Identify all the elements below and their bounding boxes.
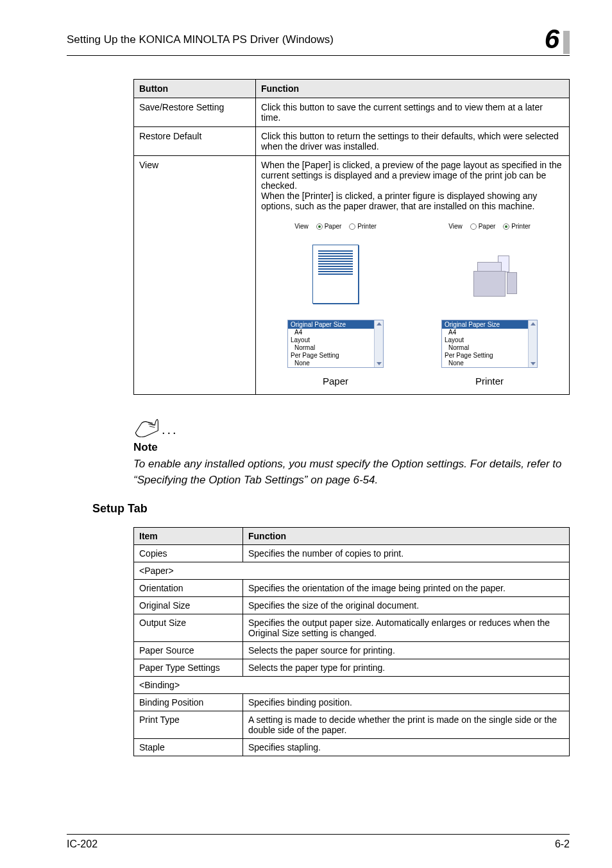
t2-fn-9: A setting is made to decide whether the … xyxy=(243,711,570,739)
view-label-2: View xyxy=(448,223,463,230)
listbox-hl-1: Original Paper Size xyxy=(288,320,383,329)
listbox-hl-2: Original Paper Size xyxy=(442,320,537,329)
listbox-r3-1: Normal xyxy=(288,344,383,352)
radio-printer-label-2: Printer xyxy=(511,223,530,230)
t2-span-1: <Paper> xyxy=(134,562,570,580)
chapter-marker: 6 xyxy=(545,26,570,54)
t1-fn-1: Click this button to return the settings… xyxy=(256,127,570,156)
note-heading: Note xyxy=(133,441,570,454)
t1-btn-2: View xyxy=(134,156,256,395)
radio-paper-unselected: Paper xyxy=(470,223,496,230)
t1-head-function: Function xyxy=(256,80,570,98)
listbox-r1-2: A4 xyxy=(442,329,537,336)
t2-item-4: Output Size xyxy=(134,614,243,642)
listbox-r2-1: Layout xyxy=(288,336,383,344)
listbox-r1-1: A4 xyxy=(288,329,383,336)
view-preview-paper: View Paper Printer Original Paper Size xyxy=(281,223,390,386)
listbox-printer: Original Paper Size A4 Layout Normal Per… xyxy=(441,320,538,368)
page-header-title: Setting Up the KONICA MINOLTA PS Driver … xyxy=(67,33,334,46)
page-preview-icon xyxy=(312,245,359,304)
note-body: To enable any installed options, you mus… xyxy=(133,456,570,488)
t2-item-2: Orientation xyxy=(134,580,243,597)
caption-printer: Printer xyxy=(475,376,504,386)
t2-fn-8: Specifies binding position. xyxy=(243,694,570,711)
caption-paper: Paper xyxy=(323,376,348,386)
page-footer: IC-202 6-2 xyxy=(67,834,570,850)
t2-item-8: Binding Position xyxy=(134,694,243,711)
t2-fn-4: Specifies the output paper size. Automat… xyxy=(243,614,570,642)
radio-printer-unselected: Printer xyxy=(349,223,376,230)
section-heading-setup-tab: Setup Tab xyxy=(92,502,570,516)
radio-printer-label: Printer xyxy=(357,223,376,230)
t2-item-10: Staple xyxy=(134,739,243,756)
t2-head-item: Item xyxy=(134,528,243,545)
note-hand-icon xyxy=(133,415,159,440)
button-function-table: Button Function Save/Restore Setting Cli… xyxy=(133,79,570,395)
t1-fn-2-cell: When the [Paper] is clicked, a preview o… xyxy=(256,156,570,395)
listbox-r4-2: Per Page Setting xyxy=(442,352,537,360)
t2-fn-6: Selects the paper type for printing. xyxy=(243,659,570,677)
footer-left: IC-202 xyxy=(67,838,98,850)
view-label-1: View xyxy=(294,223,309,230)
view-preview-printer: View Paper Printer xyxy=(435,223,544,386)
t2-item-0: Copies xyxy=(134,545,243,562)
t1-head-button: Button xyxy=(134,80,256,98)
t1-btn-0: Save/Restore Setting xyxy=(134,98,256,127)
chapter-number: 6 xyxy=(545,26,559,54)
listbox-r3-2: Normal xyxy=(442,344,537,352)
listbox-r5-2: None xyxy=(442,360,537,367)
t2-item-3: Original Size xyxy=(134,597,243,614)
t2-fn-5: Selects the paper source for printing. xyxy=(243,642,570,659)
listbox-r4-1: Per Page Setting xyxy=(288,352,383,360)
t2-span-7: <Binding> xyxy=(134,677,570,694)
chapter-tab-decoration xyxy=(563,31,570,54)
note-dots-icon: ... xyxy=(162,422,178,440)
t2-fn-10: Specifies stapling. xyxy=(243,739,570,756)
t2-head-function: Function xyxy=(243,528,570,545)
radio-paper-selected: Paper xyxy=(316,223,342,230)
listbox-r5-1: None xyxy=(288,360,383,367)
t1-fn-2: When the [Paper] is clicked, a preview o… xyxy=(261,160,564,211)
t2-fn-0: Specifies the number of copies to print. xyxy=(243,545,570,562)
radio-paper-label-2: Paper xyxy=(479,223,496,230)
listbox-r2-2: Layout xyxy=(442,336,537,344)
t2-item-6: Paper Type Settings xyxy=(134,659,243,677)
t2-item-5: Paper Source xyxy=(134,642,243,659)
note-block: ... Note To enable any installed options… xyxy=(133,415,570,488)
printer-preview-icon xyxy=(454,239,525,309)
radio-printer-selected: Printer xyxy=(503,223,530,230)
footer-right: 6-2 xyxy=(555,838,570,850)
setup-tab-table: Item Function Copies Specifies the numbe… xyxy=(133,527,570,756)
t2-fn-2: Specifies the orientation of the image b… xyxy=(243,580,570,597)
listbox-paper: Original Paper Size A4 Layout Normal Per… xyxy=(287,320,384,368)
t1-btn-1: Restore Default xyxy=(134,127,256,156)
radio-paper-label: Paper xyxy=(325,223,342,230)
t1-fn-0: Click this button to save the current se… xyxy=(256,98,570,127)
t2-item-9: Print Type xyxy=(134,711,243,739)
t2-fn-3: Specifies the size of the original docum… xyxy=(243,597,570,614)
